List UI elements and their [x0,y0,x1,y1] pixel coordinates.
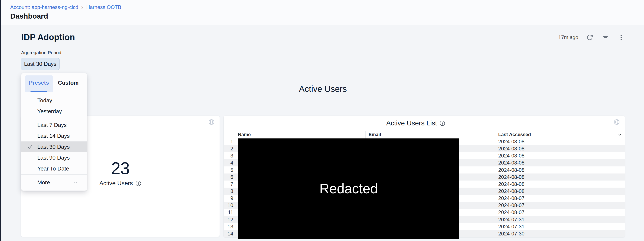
breadcrumb-separator-icon: › [81,5,83,10]
table-header: Name Email Last Accessed [224,131,625,138]
chevron-down-icon [74,181,78,184]
row-number: 10 [224,202,233,209]
preset-option-more[interactable]: More [21,174,87,191]
preset-option-last-90-days[interactable]: Last 90 Days [21,152,87,163]
preset-option-label: Last 14 Days [37,133,70,139]
filter-icon [602,34,608,41]
preset-option-last-30-days[interactable]: Last 30 Days [21,141,87,152]
row-number: 12 [224,216,233,223]
row-number: 3 [224,152,233,159]
row-number: 4 [224,159,233,166]
globe-icon [614,119,620,125]
page-title: Dashboard [10,12,48,20]
dashboard-page: Account: app-harness-ng-cicd › Harness O… [0,0,644,241]
preset-option-label: Today [37,97,52,104]
aggregation-period-button[interactable]: Last 30 Days [21,58,60,70]
info-icon[interactable] [440,121,445,126]
dashboard-title: IDP Adoption [21,33,75,42]
row-number: 11 [224,209,233,216]
breadcrumb-account-link[interactable]: Account: app-harness-ng-cicd [10,4,78,10]
more-label: More [37,179,50,186]
table-title: Active Users List [386,119,437,127]
preset-list: TodayYesterdayLast 7 DaysLast 14 DaysLas… [21,92,87,174]
redaction-overlay: Redacted [238,138,459,239]
aggregation-period-label: Aggregation Period [21,50,61,56]
refresh-icon [586,34,593,41]
last-accessed-cell: 2024-08-07 [498,202,524,209]
preset-option-label: Last 7 Days [37,122,66,128]
top-header: Account: app-harness-ng-cicd › Harness O… [1,0,644,25]
table-title-row: Active Users List [224,119,608,127]
dashboard-toolbar: 17m ago [558,34,625,41]
last-accessed-cell: 2024-08-07 [498,195,524,202]
column-header-last-accessed[interactable]: Last Accessed [498,131,531,138]
last-accessed-cell: 2024-08-08 [498,180,524,188]
row-number: 1 [224,138,233,145]
preset-option-last-14-days[interactable]: Last 14 Days [21,131,87,141]
preset-option-label: Last 30 Days [37,144,70,150]
last-accessed-cell: 2024-07-30 [498,230,524,237]
last-accessed-cell: 2024-07-31 [498,223,524,230]
last-accessed-cell: 2024-08-08 [498,173,524,180]
row-number: 7 [224,180,233,188]
row-number: 6 [224,173,233,180]
last-accessed-cell: 2024-08-07 [498,209,524,216]
last-accessed-cell: 2024-07-31 [498,216,524,223]
chevron-down-icon[interactable] [618,134,622,136]
last-accessed-cell: 2024-08-08 [498,152,524,159]
breadcrumb-current-link[interactable]: Harness OOTB [86,4,121,10]
refresh-button[interactable] [586,34,593,41]
more-options-button[interactable] [618,34,625,41]
breadcrumb: Account: app-harness-ng-cicd › Harness O… [10,4,121,10]
tab-custom[interactable]: Custom [56,73,81,92]
column-header-name[interactable]: Name [238,131,251,138]
preset-option-today[interactable]: Today [21,95,87,106]
last-accessed-cell: 2024-08-08 [498,188,524,195]
preset-option-label: Last 90 Days [37,154,70,161]
row-number: 13 [224,223,233,230]
row-number: 8 [224,188,233,195]
preset-option-label: Year To Date [37,165,69,172]
tab-presets[interactable]: Presets [25,73,53,92]
check-icon [27,144,32,150]
row-number: 5 [224,166,233,173]
preset-option-yesterday[interactable]: Yesterday [21,106,87,117]
row-number: 9 [224,195,233,202]
last-accessed-cell: 2024-08-08 [498,145,524,152]
stat-label: Active Users [99,180,133,187]
preset-option-label: Yesterday [37,108,62,115]
info-icon[interactable] [136,180,141,186]
active-tab-underline [30,91,47,92]
last-accessed-cell: 2024-08-08 [498,159,524,166]
filter-button[interactable] [602,34,609,41]
globe-icon [208,119,214,125]
last-updated-text: 17m ago [558,34,578,40]
dropdown-tabs: Presets Custom [21,73,87,92]
list-divider [21,118,87,118]
row-number: 2 [224,145,233,152]
preset-option-year-to-date[interactable]: Year To Date [21,163,87,174]
left-rail-edge [0,0,1,241]
kebab-menu-icon [618,34,624,41]
section-title: Active Users [21,84,625,94]
column-header-email[interactable]: Email [368,131,381,138]
preset-option-last-7-days[interactable]: Last 7 Days [21,120,87,131]
redaction-label: Redacted [320,181,378,196]
last-accessed-cell: 2024-08-08 [498,138,524,145]
aggregation-period-dropdown: Presets Custom TodayYesterdayLast 7 Days… [21,73,87,191]
row-number: 14 [224,230,233,237]
last-accessed-cell: 2024-08-08 [498,166,524,173]
